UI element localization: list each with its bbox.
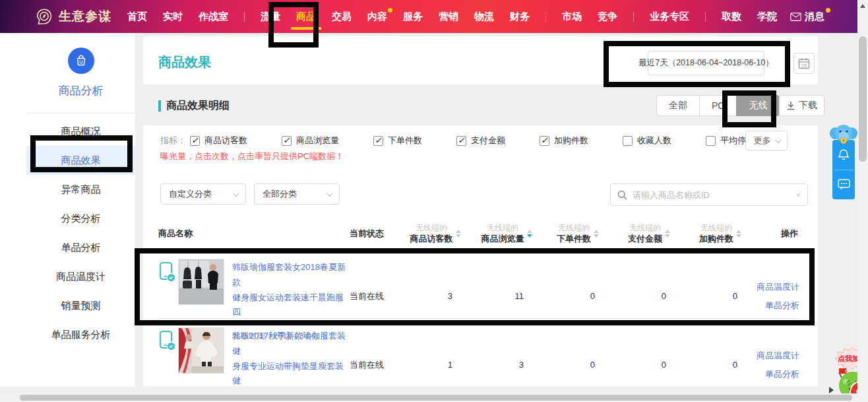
- content-header: 商品效果 最近7天（2018-06-04~2018-06-10） 15: [143, 36, 818, 84]
- nav-item-content-label: 内容: [367, 11, 387, 22]
- col-prefix: 无线端的: [699, 222, 733, 233]
- nav-menu: 首页 实时 作战室 流量 商品 交易 内容 服务 营销 物流 财务 市场 竞争 …: [119, 11, 868, 23]
- metric-visitors-checkbox[interactable]: 商品访客数: [190, 135, 247, 147]
- date-range-picker[interactable]: 最近7天（2018-06-04~2018-06-10）: [648, 51, 764, 75]
- sidebar-item-single-item-service[interactable]: 单品服务分析: [26, 320, 135, 349]
- nav-item-traffic[interactable]: 流量: [261, 11, 280, 23]
- metric-payment-checkbox[interactable]: 支付金额: [456, 135, 505, 147]
- view-pc-button[interactable]: PC: [699, 95, 737, 116]
- sidebar-item-sales-forecast[interactable]: 销量预测: [26, 291, 135, 320]
- product-thermometer-link[interactable]: 商品温度计: [757, 281, 799, 293]
- brand[interactable]: 生意参谋: [36, 8, 111, 25]
- metric-cart-checkbox[interactable]: 加购件数: [540, 135, 588, 147]
- feedback-chat-button[interactable]: [832, 170, 855, 199]
- nav-item-competition[interactable]: 竞争: [598, 11, 617, 23]
- sort-up-icon: [594, 230, 599, 233]
- product-table: 商品名称 当前状态 无线端的商品访客数 无线端的商品浏览量 无线端的下单件数 无…: [158, 218, 799, 386]
- checkbox-icon: [282, 136, 292, 146]
- nav-item-finance[interactable]: 财务: [510, 11, 530, 23]
- nav-item-service[interactable]: 服务: [403, 11, 423, 23]
- nav-item-trade[interactable]: 交易: [332, 11, 352, 23]
- calendar-icon: 15: [798, 57, 810, 69]
- brand-name: 生意参谋: [59, 8, 111, 25]
- nav-item-market[interactable]: 市场: [562, 11, 582, 23]
- product-title-line1: 韩版2017秋季新款瑜伽服套装健: [232, 331, 346, 356]
- product-cell: 韩版2017秋季新款瑜伽服套装健身服专业运动带胸垫显瘦套装健 发布时间：2018…: [158, 319, 350, 386]
- single-item-analysis-link[interactable]: 单品分析: [765, 300, 799, 312]
- product-info: 韩版2017秋季新款瑜伽服套装健身服专业运动带胸垫显瘦套装健 发布时间：2018…: [232, 327, 350, 386]
- nav-item-data-fetch[interactable]: 取数: [722, 11, 741, 23]
- search-icon: [617, 190, 627, 200]
- single-item-analysis-link[interactable]: 单品分析: [765, 368, 799, 380]
- clear-search-icon[interactable]: ×: [795, 190, 801, 200]
- sort-visitors[interactable]: [456, 230, 461, 238]
- more-metrics-button[interactable]: 更多: [745, 131, 788, 151]
- sidebar-item-single-item-analysis[interactable]: 单品分析: [26, 233, 135, 262]
- search-input[interactable]: [633, 190, 790, 200]
- col-label: 下单件数: [557, 233, 591, 245]
- wireless-phone-icon: [158, 327, 178, 386]
- product-title-link[interactable]: 韩版瑜伽服套装女2018春夏新款健身服女运动套装速干晨跑服四: [232, 260, 350, 320]
- sort-down-icon: [736, 234, 741, 238]
- sidebar-item-abnormal-products[interactable]: 异常商品: [26, 175, 135, 204]
- action-cell: 商品温度计 单品分析: [756, 319, 799, 386]
- sidebar-item-category-analysis[interactable]: 分类分析: [26, 204, 135, 233]
- collapse-arrow-icon[interactable]: [829, 387, 834, 393]
- col-prefix: 无线端的: [410, 222, 453, 233]
- sidebar: 商品分析 商品概况 商品效果 异常商品 分类分析 单品分析 商品温度计 销量预测…: [26, 36, 135, 386]
- checkbox-icon: [706, 136, 716, 146]
- sidebar-item-product-overview[interactable]: 商品概况: [26, 117, 135, 146]
- sort-payment[interactable]: [665, 230, 670, 238]
- sort-views[interactable]: [527, 230, 532, 238]
- nav-item-product[interactable]: 商品: [296, 11, 316, 23]
- chevron-down-icon: [326, 190, 333, 197]
- custom-category-select[interactable]: 自定义分类: [160, 184, 246, 205]
- nav-item-war-room[interactable]: 作战室: [199, 11, 228, 23]
- nav-item-marketing[interactable]: 营销: [439, 11, 458, 23]
- product-thermometer-link[interactable]: 商品温度计: [757, 350, 799, 362]
- select-value: 自定义分类: [169, 188, 212, 200]
- metric-favorites-checkbox[interactable]: 收藏人数: [623, 135, 671, 147]
- sidebar-divider: [26, 113, 135, 114]
- metric-views-checkbox[interactable]: 商品浏览量: [282, 135, 339, 147]
- nav-item-realtime[interactable]: 实时: [163, 11, 183, 23]
- checkbox-icon: [540, 136, 549, 146]
- col-cart: 无线端的加购件数: [685, 222, 756, 245]
- col-status: 当前状态: [350, 228, 400, 240]
- table-row: 韩版瑜伽服套装女2018春夏新款健身服女运动套装速干晨跑服四 发布时间：2018…: [158, 250, 799, 318]
- nav-item-content[interactable]: 内容: [367, 11, 387, 23]
- bell-icon: [838, 149, 850, 161]
- sidebar-item-product-effect[interactable]: 商品效果: [26, 146, 135, 175]
- calendar-button[interactable]: 15: [793, 53, 815, 74]
- nav-item-messages[interactable]: 消息: [790, 11, 824, 23]
- sidebar-item-product-thermometer[interactable]: 商品温度计: [26, 262, 135, 291]
- metric-orders-checkbox[interactable]: 下单件数: [373, 135, 422, 147]
- sort-orders[interactable]: [594, 230, 599, 238]
- sort-cart[interactable]: [736, 230, 741, 238]
- vertical-scrollbar[interactable]: [857, 0, 868, 402]
- nav-item-logistics[interactable]: 物流: [474, 11, 494, 23]
- nav-item-academy[interactable]: 学院: [757, 11, 777, 23]
- nav-divider: [633, 12, 634, 22]
- view-all-button[interactable]: 全部: [656, 95, 700, 116]
- col-prefix: 无线端的: [628, 222, 662, 233]
- all-category-select[interactable]: 全部分类: [254, 184, 340, 205]
- vertical-scroll-thumb[interactable]: [859, 36, 867, 162]
- horizontal-scrollbar[interactable]: [0, 393, 857, 402]
- scroll-up-arrow-icon[interactable]: [860, 4, 865, 8]
- nav-item-business-zone[interactable]: 业务专区: [650, 11, 689, 23]
- product-image[interactable]: [178, 327, 224, 374]
- sidebar-header: 商品分析: [26, 36, 135, 98]
- product-analysis-icon: [68, 48, 94, 74]
- table-header-row: 商品名称 当前状态 无线端的商品访客数 无线端的商品浏览量 无线端的下单件数 无…: [158, 218, 799, 250]
- horizontal-scroll-thumb[interactable]: [20, 395, 852, 401]
- nav-item-home[interactable]: 首页: [127, 11, 147, 23]
- view-wireless-button[interactable]: 无线: [736, 95, 780, 116]
- download-button[interactable]: 下载: [779, 95, 824, 116]
- col-orders: 无线端的下单件数: [542, 222, 613, 245]
- product-image[interactable]: [178, 259, 224, 305]
- metric-label: 商品访客数: [204, 135, 247, 147]
- col-label: 支付金额: [628, 233, 662, 245]
- product-title-link[interactable]: 韩版2017秋季新款瑜伽服套装健身服专业运动带胸垫显瘦套装健: [232, 329, 350, 386]
- messages-label: 消息: [805, 11, 824, 23]
